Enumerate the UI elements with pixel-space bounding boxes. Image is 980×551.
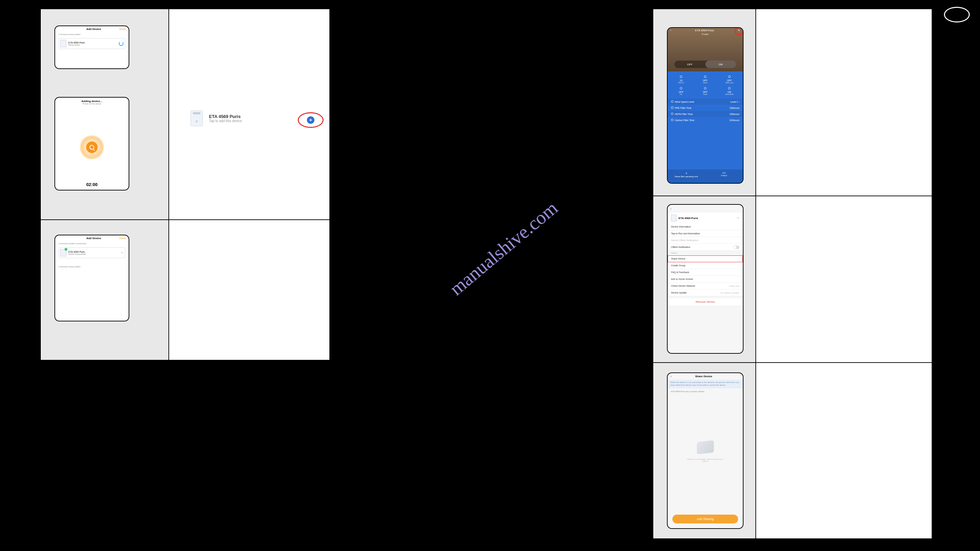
phone-add-device-c: Add Device Done 1 device(s) added succes… (54, 235, 129, 321)
tile-label: PM 2.5 (669, 82, 693, 84)
tile-label: Timer (693, 93, 717, 95)
off-label: OFF (675, 60, 705, 68)
section-label: Others (668, 251, 743, 256)
back-icon[interactable]: ‹ (670, 375, 671, 378)
vline (169, 8, 169, 360)
phone-share: ‹ Share Device When the device is not co… (667, 372, 743, 529)
control-tile[interactable]: OFFChild Lock (717, 73, 741, 85)
hint-text: Power on the device (55, 103, 129, 105)
row-label: HEPA Filter Time (671, 113, 693, 115)
power-toggle[interactable]: OFF ON (675, 60, 736, 68)
settings-row[interactable]: Device Information (668, 224, 743, 230)
settings-row[interactable]: Add to Home Screen (668, 276, 743, 283)
row-label: Device Update (671, 292, 687, 294)
back-icon[interactable]: ‹ (670, 29, 671, 32)
phone-add-device-a: Add Device Done 1 device(s) being added … (54, 25, 129, 69)
vline (329, 8, 330, 360)
device-card[interactable]: ✓ ETA 4569 Puris Added successfully ✎ (59, 247, 125, 258)
add-sharing-button[interactable]: Add Sharing (672, 514, 738, 524)
row-label: Share Device (671, 257, 685, 260)
tile-label: Anion (693, 82, 717, 84)
empty-text: ETA 4569 Puris has not been shared (668, 388, 743, 395)
row-label: Tap-to-Run and Automation (671, 232, 700, 235)
settings-row[interactable]: Check Device NetworkCheck Now (668, 283, 743, 289)
row-value: Level 1 › (730, 101, 740, 103)
control-row[interactable]: HEPA Filter Time328hours (668, 111, 743, 117)
row-value: Check Now (729, 285, 740, 287)
device-card[interactable]: ETA 4569 Puris Being added (59, 38, 125, 49)
control-tile[interactable]: 16PM 2.5 (669, 73, 693, 85)
toggle-switch[interactable] (733, 246, 740, 249)
settings-rows: Device InformationTap-to-Run and Automat… (668, 224, 743, 296)
control-rows: Wind Speed LevelLevel 1 ›PRE Filter Time… (668, 98, 743, 123)
watermark: manualshive.com (360, 105, 647, 392)
phone-control: ‹ ETA 4569 Puris ✎ Power OFF ON 16PM 2.5… (667, 27, 743, 184)
device-name: ETA 4569 Puris (68, 41, 117, 44)
settings-row[interactable]: Share Device (668, 256, 743, 262)
arrow-icon: › (668, 171, 705, 176)
add-button[interactable]: + (307, 116, 314, 124)
tile-icon (693, 86, 717, 90)
phone-settings: ‹ ETA 4569 Puris ✎ Device InformationTap… (667, 204, 743, 354)
check-badge-icon: ✓ (65, 248, 67, 251)
control-row[interactable]: PRE Filter Time168hours (668, 105, 743, 111)
settings-row[interactable]: Device UpdateNo updates available (668, 289, 743, 296)
settings-row[interactable]: FAQ & Feedback (668, 269, 743, 276)
row-label: Offline Notification (671, 246, 690, 248)
edit-icon[interactable]: ✎ (737, 217, 740, 220)
row-value: 168hours (730, 107, 740, 109)
row-label: Carbon Filter Time (671, 119, 695, 121)
vline (932, 8, 932, 539)
device-icon (671, 214, 676, 221)
device-found-card: ETA 4569 Puris Tap to add this device (191, 111, 242, 126)
settings-row[interactable]: Offline Notification (668, 244, 743, 251)
hint-text-2: 0 device(s) being added (55, 259, 129, 269)
on-label: ON (705, 60, 737, 68)
remove-device-button[interactable]: Remove Device (668, 298, 743, 305)
edit-icon-wrap: ✎ (738, 29, 740, 32)
control-row[interactable]: Wind Speed LevelLevel 1 › (668, 98, 743, 105)
row-label: Add to Home Screen (671, 278, 693, 280)
settings-row[interactable]: Create Group (668, 262, 743, 269)
monitor-icon: ▭ (705, 171, 743, 175)
done-button[interactable]: Done (119, 27, 126, 30)
back-button[interactable]: ‹ (668, 205, 743, 213)
edit-icon[interactable]: ✎ (121, 251, 124, 254)
control-row[interactable]: Carbon Filter Time224hours (668, 117, 743, 123)
device-subtext: Tap to add this device (209, 119, 242, 123)
row-label: PRE Filter Time (671, 106, 692, 109)
phone-adding-device: Adding device... Power on the device 02:… (54, 97, 129, 191)
spinner-icon (119, 41, 124, 46)
page-title: ETA 4569 Puris (695, 29, 714, 32)
tile-icon (669, 75, 693, 79)
control-tile[interactable]: OFFAnion (693, 73, 717, 85)
done-button[interactable]: Done (119, 237, 126, 240)
tile-label: Auto Mode (717, 93, 741, 95)
tile-value: OFF (693, 79, 717, 82)
control-tile[interactable]: OFFTimer (693, 85, 717, 97)
right-page: ‹ ETA 4569 Puris ✎ Power OFF ON 16PM 2.5… (646, 8, 932, 539)
row-value: 328hours (730, 113, 740, 115)
footer-right[interactable]: ▭ 0 Hour (705, 169, 743, 183)
control-tile[interactable]: OFFUV (669, 85, 693, 97)
settings-row[interactable]: Tap-to-Run and Automation (668, 230, 743, 237)
footer-left-label: Reset filter operating time (668, 176, 705, 178)
row-label: Device Information (671, 225, 691, 228)
tile-icon (693, 75, 717, 79)
tile-icon (717, 75, 741, 79)
tile-value: OFF (717, 79, 741, 82)
magnifier-icon (89, 145, 94, 150)
tile-label: Child Lock (717, 82, 741, 84)
search-pulse-icon (80, 135, 104, 159)
tile-value: 16 (669, 79, 693, 82)
tile-value: OFF (693, 91, 717, 93)
footer-left[interactable]: › Reset filter operating time (668, 169, 705, 183)
row-value: No updates available (721, 292, 740, 294)
device-icon (60, 40, 66, 47)
hline (41, 360, 330, 360)
device-icon: ✓ (60, 249, 66, 256)
timer-text: 02:00 (55, 182, 129, 187)
device-header-row[interactable]: ETA 4569 Puris ✎ (668, 213, 743, 224)
control-tile[interactable]: ONAuto Mode (717, 85, 741, 97)
tile-value: ON (717, 91, 741, 93)
